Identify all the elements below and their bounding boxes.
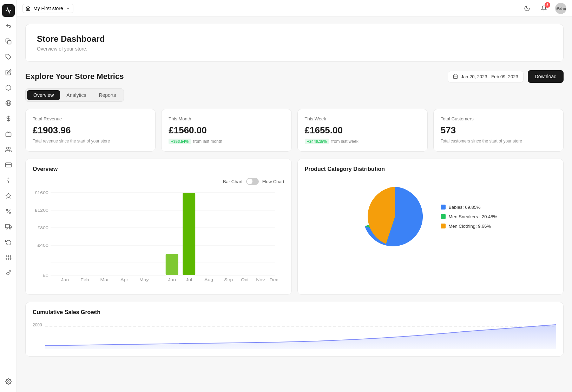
sidebar-icon-truck[interactable]	[2, 220, 15, 233]
svg-text:Sep: Sep	[224, 278, 233, 282]
legend-dot-men-clothing	[441, 224, 446, 228]
store-selector[interactable]: My First store	[22, 4, 73, 13]
metric-card-total-revenue: Total Revenue £1903.96 Total revenue sin…	[25, 109, 156, 152]
svg-point-12	[9, 212, 11, 213]
svg-text:Jun: Jun	[168, 278, 176, 282]
legend-label-babies: Babies: 69.85%	[448, 205, 480, 210]
sidebar-icon-arrow[interactable]	[2, 20, 15, 32]
svg-point-15	[9, 228, 11, 229]
pie-area: Babies: 69.85% Men Sneakers : 20.48% Men…	[305, 178, 557, 255]
metric-card-this-week: This Week £1655.00 +2446.15% from last w…	[297, 109, 428, 152]
metric-value-total-revenue: £1903.96	[33, 125, 148, 136]
download-button[interactable]: Download	[528, 70, 564, 83]
metric-label-total-customers: Total Customers	[441, 116, 556, 121]
sidebar-icon-star[interactable]	[2, 190, 15, 202]
bar-chart-area: £1600 £1200 £800 £400 £0 Jan Feb Mar Ap	[33, 189, 284, 287]
sidebar	[0, 0, 17, 392]
legend-item-babies: Babies: 69.85%	[441, 205, 497, 210]
notification-wrapper[interactable]: 5	[538, 3, 550, 14]
metric-value-this-month: £1560.00	[169, 125, 284, 136]
flow-chart-label: Flow Chart	[262, 179, 284, 184]
metric-footer-this-week: +2446.15% from last week	[305, 139, 420, 144]
chart-type-toggle[interactable]	[246, 178, 259, 185]
bar-chart-label: Bar Chart	[223, 179, 243, 184]
tab-analytics[interactable]: Analytics	[60, 90, 92, 100]
svg-point-11	[6, 209, 8, 211]
sidebar-icon-gender[interactable]	[2, 267, 15, 279]
svg-text:£800: £800	[37, 226, 48, 230]
sidebar-icon-card[interactable]	[2, 159, 15, 171]
sidebar-icon-dollar[interactable]	[2, 112, 15, 125]
sidebar-icon-copy[interactable]	[2, 35, 15, 48]
svg-marker-9	[6, 193, 11, 198]
cumulative-chart-wrapper: 2000	[33, 321, 556, 349]
pie-chart-title: Product Category Distribution	[305, 166, 557, 172]
legend-item-men-clothing: Men Clothing: 9.66%	[441, 224, 497, 229]
svg-point-5	[6, 147, 8, 149]
sidebar-icon-users[interactable]	[2, 143, 15, 156]
topbar: My First store 5 iPaha	[17, 0, 572, 17]
metric-label-total-revenue: Total Revenue	[33, 116, 148, 121]
svg-point-26	[7, 381, 9, 383]
metrics-title: Explore Your Store Metrics	[25, 72, 124, 81]
svg-text:£400: £400	[37, 243, 48, 247]
user-avatar[interactable]: iPaha	[555, 3, 566, 14]
dashboard-header-card: Store Dashboard Overview of your store.	[25, 24, 564, 62]
svg-rect-42	[166, 254, 178, 275]
sidebar-icon-cube[interactable]	[2, 81, 15, 94]
pie-chart-svg	[363, 185, 427, 248]
content-area: Store Dashboard Overview of your store. …	[17, 17, 572, 392]
badge-this-week: +2446.15%	[305, 139, 329, 144]
svg-point-14	[6, 228, 7, 229]
cumulative-card: Cumulative Sales Growth 2000	[25, 302, 564, 357]
legend-dot-men-sneakers	[441, 214, 446, 219]
sidebar-icon-edit[interactable]	[2, 66, 15, 79]
cumulative-chart-area	[45, 321, 556, 349]
chart-controls: Bar Chart Flow Chart	[33, 178, 284, 185]
metric-card-this-month: This Month £1560.00 +353.54% from last m…	[161, 109, 291, 152]
badge-this-month: +353.54%	[169, 139, 191, 144]
svg-rect-0	[7, 41, 11, 44]
cumulative-y-label: 2000	[33, 321, 42, 327]
metric-label-this-month: This Month	[169, 116, 284, 121]
svg-line-10	[6, 210, 10, 213]
charts-row: Overview Bar Chart Flow Chart	[25, 159, 564, 295]
tab-reports[interactable]: Reports	[92, 90, 122, 100]
metrics-header: Explore Your Store Metrics Jan 20, 2023 …	[25, 70, 564, 83]
svg-rect-43	[183, 193, 195, 275]
metric-footer-total-customers: Total customers since the start of your …	[441, 139, 556, 144]
pie-chart-card: Product Category Distribution	[297, 159, 564, 295]
sidebar-icon-percent[interactable]	[2, 205, 15, 218]
sidebar-icon-sphere[interactable]	[2, 97, 15, 109]
sidebar-icon-chart[interactable]	[2, 4, 15, 17]
sidebar-icon-tune[interactable]	[2, 251, 15, 264]
metric-footer-this-month: +353.54% from last month	[169, 139, 284, 144]
main-area: My First store 5 iPaha Store Dashboard O…	[17, 0, 572, 392]
legend-item-men-sneakers: Men Sneakers : 20.48%	[441, 214, 497, 219]
svg-text:£1200: £1200	[35, 208, 48, 212]
sidebar-icon-undo[interactable]	[2, 236, 15, 248]
sidebar-icon-settings[interactable]	[2, 375, 15, 388]
dashboard-title: Store Dashboard	[37, 34, 552, 44]
metric-footer-total-revenue: Total revenue since the start of your st…	[33, 139, 148, 144]
svg-text:Jul: Jul	[186, 278, 192, 282]
date-range-button[interactable]: Jan 20, 2023 - Feb 09, 2023	[448, 71, 523, 82]
metric-value-this-week: £1655.00	[305, 125, 420, 136]
tabs-container: Overview Analytics Reports	[25, 88, 124, 102]
svg-text:Nov: Nov	[256, 278, 265, 282]
svg-text:Aug: Aug	[204, 278, 213, 282]
svg-rect-6	[5, 163, 11, 167]
theme-toggle-icon[interactable]	[521, 3, 533, 14]
svg-text:Oct: Oct	[241, 278, 249, 282]
svg-text:Jan: Jan	[61, 278, 69, 282]
sidebar-icon-tag[interactable]	[2, 51, 15, 63]
sidebar-icon-figure[interactable]	[2, 174, 15, 187]
tab-overview[interactable]: Overview	[27, 90, 60, 100]
sidebar-icon-box[interactable]	[2, 128, 15, 140]
bar-chart-svg: £1600 £1200 £800 £400 £0 Jan Feb Mar Ap	[33, 189, 284, 287]
svg-text:Apr: Apr	[120, 278, 128, 282]
svg-rect-27	[454, 75, 458, 79]
svg-text:May: May	[139, 278, 149, 282]
metric-card-total-customers: Total Customers 573 Total customers sinc…	[433, 109, 564, 152]
svg-point-25	[6, 272, 9, 275]
